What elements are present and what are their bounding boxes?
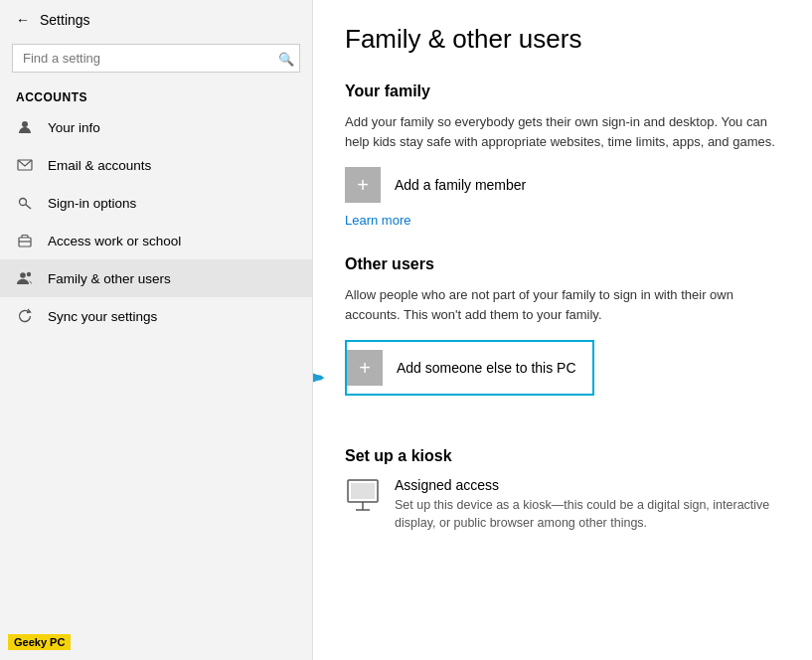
monitor-icon [345, 477, 381, 517]
sidebar-back-button[interactable]: ← Settings [0, 0, 312, 40]
kiosk-assigned-title: Assigned access [395, 477, 780, 493]
briefcase-icon [16, 232, 34, 249]
sidebar-item-label: Access work or school [48, 234, 181, 248]
search-input[interactable] [12, 44, 300, 73]
sidebar-title: Settings [40, 12, 90, 28]
add-family-plus-button[interactable]: + [345, 167, 381, 203]
sidebar-section-label: Accounts [0, 82, 312, 108]
other-users-title: Other users [345, 255, 780, 273]
other-users-description: Allow people who are not part of your fa… [345, 285, 780, 324]
sidebar-item-email-accounts[interactable]: Email & accounts [0, 146, 312, 184]
person-icon [16, 118, 34, 136]
sync-icon [16, 307, 34, 325]
sidebar-item-label: Email & accounts [48, 158, 151, 173]
back-icon: ← [16, 12, 30, 28]
search-box: 🔍 [12, 44, 300, 73]
sidebar-item-label: Sign-in options [48, 196, 136, 211]
your-family-title: Your family [345, 82, 780, 100]
email-icon [16, 156, 34, 174]
svg-point-2 [20, 199, 27, 206]
plus-icon: + [359, 357, 371, 380]
watermark: Geeky PC [8, 634, 71, 650]
sidebar-item-sync-settings[interactable]: Sync your settings [0, 297, 312, 335]
svg-point-0 [22, 121, 28, 127]
add-someone-label: Add someone else to this PC [383, 360, 576, 376]
add-someone-plus-box: + [347, 350, 383, 386]
people-icon [16, 269, 34, 287]
plus-icon: + [357, 174, 369, 197]
kiosk-item: Assigned access Set up this device as a … [345, 477, 780, 532]
sidebar-item-sign-in-options[interactable]: Sign-in options [0, 184, 312, 222]
add-family-label: Add a family member [381, 177, 526, 193]
svg-line-3 [26, 205, 32, 210]
sidebar-item-label: Sync your settings [48, 309, 157, 324]
search-icon-button[interactable]: 🔍 [278, 51, 294, 66]
svg-point-6 [20, 272, 26, 278]
learn-more-link[interactable]: Learn more [345, 213, 410, 228]
sidebar-item-label: Your info [48, 120, 100, 135]
sidebar-item-your-info[interactable]: Your info [0, 108, 312, 146]
main-content: Family & other users Your family Add you… [313, 0, 812, 660]
svg-rect-12 [351, 483, 375, 499]
sidebar-item-label: Family & other users [48, 271, 171, 286]
svg-point-7 [27, 272, 31, 276]
kiosk-section-title: Set up a kiosk [345, 447, 780, 465]
arrow-indicator [313, 359, 338, 401]
your-family-description: Add your family so everybody gets their … [345, 112, 780, 151]
key-icon [16, 194, 34, 212]
page-title: Family & other users [345, 24, 780, 55]
kiosk-assigned-desc: Set up this device as a kiosk—this could… [395, 497, 780, 532]
sidebar: ← Settings 🔍 Accounts Your info Email & … [0, 0, 313, 660]
add-someone-else-button[interactable]: + Add someone else to this PC [345, 340, 594, 396]
kiosk-text-block: Assigned access Set up this device as a … [395, 477, 780, 532]
sidebar-item-family-other-users[interactable]: Family & other users [0, 259, 312, 297]
sidebar-item-access-work-school[interactable]: Access work or school [0, 222, 312, 259]
add-family-member-row[interactable]: + Add a family member [345, 167, 780, 203]
